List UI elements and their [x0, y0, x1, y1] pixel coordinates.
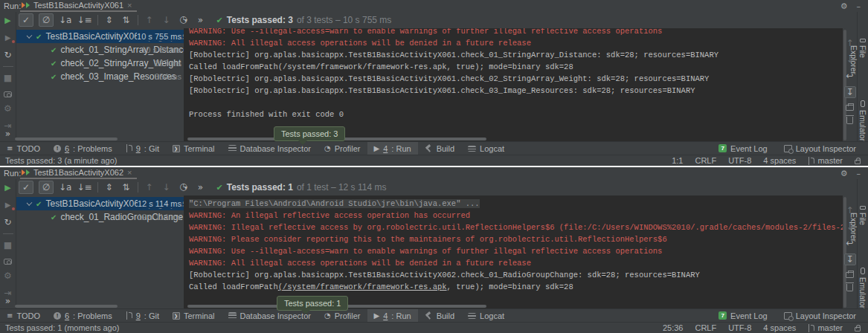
rerun-button[interactable]: ▶	[3, 15, 13, 27]
file-path-link[interactable]: (/system/framework/framework-res.apk	[278, 282, 447, 291]
screenshot-icon[interactable]	[4, 259, 12, 265]
expand-all-button[interactable]: ⇕	[103, 181, 115, 193]
previous-occurrence-button[interactable]: ↑	[144, 14, 155, 26]
toolwindow-terminal[interactable]: ❯Terminal	[166, 142, 222, 155]
indent-setting[interactable]: 4 spaces	[763, 156, 796, 165]
more-icon[interactable]: »	[0, 128, 16, 140]
collapse-all-button[interactable]: ⇅	[120, 14, 132, 26]
settings-gear-icon[interactable]: ⚙	[840, 169, 848, 178]
lock-icon[interactable]	[855, 327, 861, 332]
git-branch-widget[interactable]: master	[808, 323, 843, 332]
event-log-button[interactable]: 7Event Log	[718, 309, 768, 323]
tab-emulator[interactable]: Emulator	[858, 100, 867, 141]
show-ignored-toggle[interactable]: ∅	[39, 13, 54, 27]
test-settings-icon[interactable]: ⚙	[3, 103, 13, 114]
tree-row-test[interactable]: ✔ check_02_StringArray_Weight 327 ms	[16, 56, 184, 70]
show-passed-toggle[interactable]: ✓	[19, 181, 33, 194]
toolwindow-logcat[interactable]: Logcat	[461, 142, 511, 155]
caret-position[interactable]: 1:1	[672, 156, 683, 165]
test-settings-icon[interactable]: ⚙	[3, 270, 13, 282]
test-history-button[interactable]: ◷▾	[178, 181, 190, 194]
minimize-icon[interactable]: –	[857, 169, 861, 178]
clear-all-icon[interactable]	[846, 284, 853, 291]
indent-setting[interactable]: 4 spaces	[763, 323, 796, 332]
toolwindow-profiler[interactable]: ◔Profiler	[318, 309, 367, 323]
emulator-icon	[861, 100, 865, 107]
minimize-icon[interactable]: –	[857, 1, 861, 11]
console-line: Called loadFromPath(/system/framework/fr…	[189, 61, 843, 73]
tab-device-file-explorer[interactable]: Device File Explorer	[849, 39, 868, 81]
clear-all-icon[interactable]	[846, 117, 853, 124]
more-icon[interactable]: »	[195, 14, 207, 26]
tree-row-test[interactable]: ✔ check_01_StringArray_Distance 10 s 64 …	[16, 43, 184, 56]
sort-by-duration-button[interactable]: ↓≡	[77, 14, 91, 26]
chevron-down-icon[interactable]	[27, 200, 33, 206]
tree-horizontal-scrollbar[interactable]	[15, 305, 118, 308]
collapse-all-button[interactable]: ⇅	[120, 181, 132, 193]
toolwindow-run[interactable]: ▶4: Run	[367, 309, 418, 323]
tree-row-test[interactable]: ✔ check_01_RadioGroupChange 12 s 114 ms	[16, 210, 184, 224]
git-branch-widget[interactable]: master	[808, 156, 843, 165]
sort-by-duration-button[interactable]: ↓≡	[77, 181, 91, 193]
toolwindow-todo[interactable]: ≡TODO	[0, 142, 47, 155]
screenshot-icon[interactable]	[4, 91, 12, 97]
toolwindow-build[interactable]: Build	[418, 309, 461, 323]
next-occurrence-button[interactable]: ↓	[161, 181, 173, 193]
toolwindow-git[interactable]: 9: Git	[119, 309, 166, 323]
line-separator[interactable]: CRLF	[695, 323, 716, 332]
toolwindow-logcat[interactable]: Logcat	[461, 309, 511, 323]
rerun-failed-tests-button[interactable]: ▶	[3, 199, 13, 211]
close-icon[interactable]: ×	[127, 169, 132, 176]
file-encoding[interactable]: UTF-8	[728, 156, 751, 165]
file-encoding[interactable]: UTF-8	[728, 323, 751, 332]
toolwindow-profiler[interactable]: ◔Profiler	[318, 142, 367, 155]
close-icon[interactable]: ×	[127, 1, 132, 9]
sort-alphabetically-button[interactable]: ↓a	[59, 14, 71, 26]
chevron-down-icon[interactable]	[27, 33, 33, 39]
tab-device-file-explorer[interactable]: Device File Explorer	[849, 206, 868, 248]
lock-icon[interactable]	[855, 160, 861, 164]
tree-horizontal-scrollbar[interactable]	[15, 138, 118, 140]
toolwindow-todo[interactable]: ≡TODO	[0, 309, 47, 323]
scroll-to-end-button[interactable]: ↧	[844, 253, 856, 265]
test-history-button[interactable]: ◷▾	[178, 13, 190, 27]
tab-title: TestB1BasicActivityX061	[33, 1, 123, 10]
sort-alphabetically-button[interactable]: ↓a	[59, 181, 71, 193]
expand-all-button[interactable]: ⇕	[103, 14, 115, 26]
rerun-button[interactable]: ▶	[3, 182, 13, 194]
event-log-button[interactable]: 7Event Log	[718, 142, 768, 155]
print-icon[interactable]	[846, 272, 854, 278]
tab-emulator[interactable]: Emulator	[858, 268, 867, 308]
toolwindow-run[interactable]: ▶4: Run	[367, 142, 418, 155]
more-icon[interactable]: »	[0, 295, 16, 307]
layout-inspector-button[interactable]: Layout Inspector	[784, 309, 856, 323]
toolwindow-build[interactable]: Build	[418, 142, 461, 155]
toolwindow-problems[interactable]: !6: Problems	[47, 309, 119, 323]
tree-row-test[interactable]: ✔ check_03_Image_Resources 364 ms	[16, 70, 184, 83]
settings-gear-icon[interactable]: ⚙	[840, 1, 848, 11]
line-separator[interactable]: CRLF	[695, 156, 716, 165]
toolwindow-problems[interactable]: !6: Problems	[47, 142, 119, 155]
resume-button[interactable]: ↻	[3, 216, 13, 228]
next-occurrence-button[interactable]: ↓	[161, 14, 173, 26]
tree-row-root[interactable]: ✔ TestB1BasicActivityX061 (org.aplas.t 1…	[16, 30, 184, 43]
layout-inspector-button[interactable]: Layout Inspector	[784, 142, 856, 155]
stop-button[interactable]: ■	[3, 239, 13, 251]
test-class-name: TestB1BasicActivityX061	[46, 31, 144, 42]
right-tool-tabs: Device File Explorer Emulator	[857, 179, 868, 308]
toolwindow-git[interactable]: 9: Git	[119, 142, 166, 155]
resume-button[interactable]: ↻	[3, 49, 13, 61]
show-ignored-toggle[interactable]: ∅	[39, 181, 54, 194]
stop-button[interactable]: ■	[3, 72, 13, 84]
scroll-to-end-button[interactable]: ↧	[844, 86, 856, 98]
tree-row-root[interactable]: ✔ TestB1BasicActivityX062 (org.aplas.t 1…	[16, 197, 184, 210]
run-tab-x062[interactable]: TestB1BasicActivityX062 ×	[20, 167, 137, 179]
run-tab-x061[interactable]: TestB1BasicActivityX061 ×	[20, 0, 137, 12]
rerun-failed-tests-button[interactable]: ▶	[3, 32, 13, 44]
show-passed-toggle[interactable]: ✓	[19, 13, 33, 27]
print-icon[interactable]	[846, 105, 854, 111]
caret-position[interactable]: 25:36	[663, 323, 684, 332]
more-icon[interactable]: »	[195, 181, 207, 193]
previous-occurrence-button[interactable]: ↑	[144, 181, 155, 193]
toolwindow-terminal[interactable]: ❯Terminal	[166, 309, 222, 323]
